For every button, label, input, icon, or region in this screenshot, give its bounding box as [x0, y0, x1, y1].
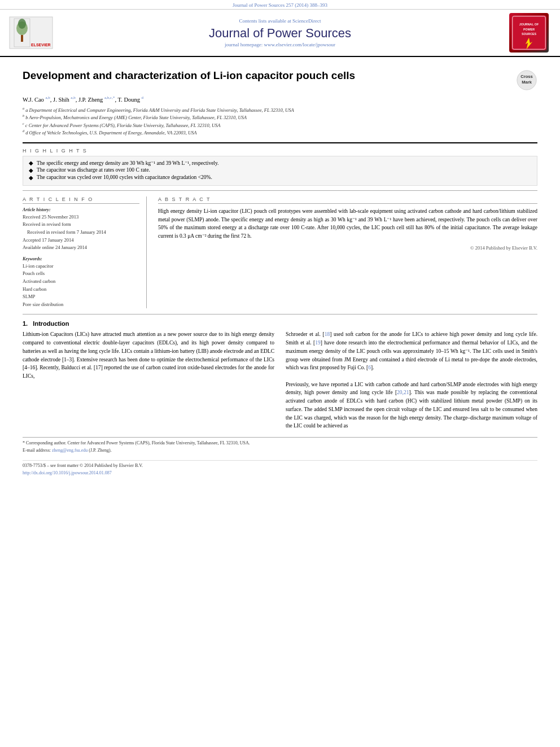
svg-rect-5 — [21, 35, 23, 42]
elsevier-logo-left: ELSEVIER — [6, 13, 56, 53]
svg-text:Mark: Mark — [522, 80, 532, 85]
bullet-3: ◆ — [29, 174, 33, 181]
svg-text:Cross: Cross — [520, 74, 533, 79]
highlight-2: ◆ The capacitor was discharge at rates o… — [29, 167, 531, 173]
section-heading: 1. Introduction — [23, 320, 537, 327]
divider-2 — [23, 190, 537, 191]
doi-bar: http://dx.doi.org/10.1016/j.jpowsour.201… — [23, 470, 537, 479]
header-center: Contents lists available at ScienceDirec… — [62, 13, 498, 53]
article-title-row: Development and characterization of Li-i… — [23, 69, 537, 91]
body-col-left: Lithium-ion Capacitors (LICs) have attra… — [23, 330, 274, 430]
keyword-2: Pouch cells — [23, 270, 139, 278]
bottom-bar: 0378-7753/$ – see front matter © 2014 Pu… — [23, 460, 537, 470]
footnotes-section: * Corresponding author. Center for Advan… — [23, 437, 537, 455]
body-columns: Lithium-ion Capacitors (LICs) have attra… — [23, 330, 537, 430]
affiliations: a a Department of Electrical and Compute… — [23, 106, 537, 137]
intro-col1-text: Lithium-ion Capacitors (LICs) have attra… — [23, 330, 274, 380]
journal-title: Journal of Power Sources — [209, 26, 351, 41]
history-received: Received 25 November 2013 — [23, 213, 139, 221]
article-info-label: A R T I C L E I N F O — [23, 196, 139, 204]
article-main: Development and characterization of Li-i… — [0, 57, 560, 484]
bullet-2: ◆ — [29, 167, 33, 173]
keyword-3: Activated carbon — [23, 278, 139, 286]
issn-text: 0378-7753/$ – see front matter © 2014 Pu… — [23, 463, 143, 468]
highlight-1: ◆ The specific energy and energy density… — [29, 160, 531, 166]
svg-point-4 — [18, 19, 26, 29]
highlights-box: ◆ The specific energy and energy density… — [23, 156, 537, 186]
highlights-label: H I G H L I G H T S — [23, 148, 537, 154]
affiliation-d: d d Office of Vehicle Technologies, U.S.… — [23, 129, 537, 137]
copyright-line: © 2014 Published by Elsevier B.V. — [158, 245, 537, 251]
svg-text:SOURCES: SOURCES — [522, 32, 537, 36]
body-col-right: Schroeder et al. [18] used soft carbon f… — [286, 330, 537, 430]
highlights-section: H I G H L I G H T S ◆ The specific energ… — [23, 148, 537, 186]
email-link[interactable]: zheng@eng.fsu.edu — [52, 448, 88, 453]
footnote-email: E-mail address: zheng@eng.fsu.edu (J.P. … — [23, 447, 537, 455]
keywords-section: Keywords: Li-ion capacitor Pouch cells A… — [23, 256, 139, 309]
footnote-corresponding: * Corresponding author. Center for Advan… — [23, 440, 537, 447]
article-info-col: A R T I C L E I N F O Article history: R… — [23, 196, 147, 309]
article-info-abstract: A R T I C L E I N F O Article history: R… — [23, 196, 537, 309]
crossmark-icon: Cross Mark — [516, 69, 537, 91]
keywords-label: Keywords: — [23, 256, 139, 261]
power-sources-icon: JOURNAL OF POWER SOURCES — [511, 13, 546, 53]
divider-3 — [23, 314, 537, 314]
affiliation-b: b b Aero-Propulsion, Mechatronics and En… — [23, 113, 537, 121]
affiliation-a: a a Department of Electrical and Compute… — [23, 106, 537, 114]
intro-col2-text: Schroeder et al. [18] used soft carbon f… — [286, 330, 537, 372]
svg-text:ELSEVIER: ELSEVIER — [31, 43, 51, 47]
journal-header: ELSEVIER Contents lists available at Sci… — [0, 10, 560, 57]
history-available: Available online 24 January 2014 — [23, 244, 139, 252]
elsevier-logo-svg: ELSEVIER — [8, 16, 54, 50]
journal-icon: JOURNAL OF POWER SOURCES — [509, 13, 549, 53]
history-label: Article history: — [23, 207, 139, 212]
keyword-5: SLMP — [23, 293, 139, 301]
abstract-label: A B S T R A C T — [158, 196, 537, 204]
science-direct-label: Contents lists available at ScienceDirec… — [239, 18, 321, 24]
article-history: Article history: Received 25 November 20… — [23, 207, 139, 252]
keyword-6: Pore size distribution — [23, 301, 139, 309]
journal-ref-bar: Journal of Power Sources 257 (2014) 388–… — [0, 0, 560, 10]
svg-text:JOURNAL OF: JOURNAL OF — [519, 23, 539, 26]
doi-link[interactable]: http://dx.doi.org/10.1016/j.jpowsour.201… — [23, 470, 112, 475]
abstract-col: A B S T R A C T High energy density Li-i… — [158, 196, 537, 309]
journal-homepage: journal homepage: www.elsevier.com/locat… — [225, 42, 335, 47]
highlight-3: ◆ The capacitor was cycled over 10,000 c… — [29, 174, 531, 181]
divider-1 — [23, 142, 537, 143]
abstract-text: High energy density Li-ion capacitor (LI… — [158, 207, 537, 241]
introduction-section: 1. Introduction Lithium-ion Capacitors (… — [23, 320, 537, 430]
journal-logo-right: JOURNAL OF POWER SOURCES — [504, 13, 554, 53]
affiliation-c: c c Center for Advanced Power Systems (C… — [23, 121, 537, 129]
intro-col2-para2: Previously, we have reported a LIC with … — [286, 381, 537, 430]
keyword-1: Li-ion capacitor — [23, 263, 139, 270]
bullet-1: ◆ — [29, 160, 33, 166]
keyword-4: Hard carbon — [23, 286, 139, 294]
history-revised-label: Received in revised form — [23, 221, 139, 229]
authors-line: W.J. Cao a,b, J. Shih a,b, J.P. Zheng a,… — [23, 95, 537, 103]
svg-text:POWER: POWER — [523, 28, 535, 31]
history-accepted: Accepted 17 January 2014 — [23, 237, 139, 244]
history-revised-date: Received in revised form 7 January 2014 — [27, 229, 139, 237]
article-title-text: Development and characterization of Li-i… — [23, 69, 510, 82]
